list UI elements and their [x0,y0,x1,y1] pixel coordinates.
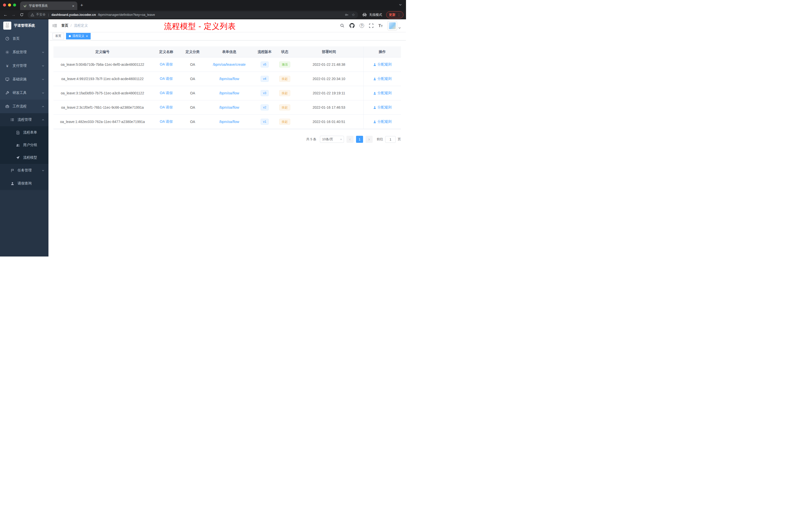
definition-name-link[interactable]: OA 请假 [160,62,173,67]
list-icon [10,118,14,122]
search-icon[interactable] [340,23,345,28]
monitor-icon [5,77,9,81]
sidebar-menu: 首页 系统管理 ¥ 支付管理 [0,32,49,256]
tag-process-definition[interactable]: 流程定义 × [66,33,91,39]
sidebar-item-label: 研发工具 [12,91,27,95]
caret-down-icon[interactable] [398,27,401,29]
form-link[interactable]: /bpm/oa/flow [219,120,239,124]
security-label[interactable]: 不安全 [36,12,46,17]
sidebar-item-payment[interactable]: ¥ 支付管理 [0,59,49,72]
sidebar-item-leave-query[interactable]: 请假查询 [0,177,49,190]
breadcrumb-home[interactable]: 首页 [61,23,68,28]
tab-search-chevron-icon[interactable] [399,3,402,6]
forward-icon[interactable]: → [10,12,17,17]
sidebar-item-task-management[interactable]: 任务管理 [0,164,49,177]
breadcrumb: 首页 / 流程定义 [61,23,88,28]
column-header-form: 表单信息 [204,47,254,57]
form-link[interactable]: /bpm/oa/flow [219,91,239,95]
sidebar-item-process-form[interactable]: 流程表单 [0,126,49,139]
next-page-button[interactable]: › [366,136,373,143]
sidebar-item-label: 系统管理 [12,50,27,55]
window-minimize-button[interactable] [8,3,11,6]
window-close-button[interactable] [3,3,6,6]
sidebar-item-process-management[interactable]: 流程管理 [0,113,49,126]
fullscreen-icon[interactable] [369,24,373,28]
definition-name-link[interactable]: OA 请假 [160,119,173,124]
annotation-title: 流程模型 - 定义列表 [164,21,236,32]
version-badge: v1 [261,119,269,125]
tag-close-icon[interactable]: × [86,34,88,38]
incognito-icon [362,13,367,17]
help-icon[interactable]: ? [359,23,364,28]
table-row: oa_leave:3:1fad3d93-7b75-11ec-a3c8-acde4… [54,86,401,100]
password-key-icon[interactable] [345,13,349,17]
column-header-time: 部署时间 [294,47,363,57]
assign-rule-button[interactable]: 分配规则 [373,105,392,110]
sidebar-item-user-group[interactable]: 用户分组 [0,139,49,151]
back-icon[interactable]: ← [2,12,8,17]
flag-icon [10,169,14,173]
sidebar-logo[interactable]: 芋道管理系统 [0,19,49,32]
sidebar-item-label: 请假查询 [18,181,32,186]
active-dot-icon [69,35,71,37]
definition-name-link[interactable]: OA 请假 [160,91,173,95]
not-secure-warning-icon [31,13,34,17]
version-badge: v4 [261,76,269,82]
sidebar-toggle-icon[interactable] [49,24,61,28]
definition-name-link[interactable]: OA 请假 [160,105,173,110]
url-divider: | [48,13,49,17]
main-area: 首页 / 流程定义 ? TT [49,19,406,256]
new-tab-button[interactable]: + [80,2,83,8]
cell-status: 挂起 [275,72,294,86]
goto-page-input[interactable] [385,136,396,143]
assign-rule-button[interactable]: 分配规则 [373,91,392,95]
refresh-icon[interactable] [19,13,25,17]
browser-menu-icon[interactable]: ⋮ [397,13,401,17]
table-row: oa_leave:4:991f2193-7b7f-11ec-a3c8-acde4… [54,72,401,86]
tags-bar: 首页 流程定义 × [49,32,406,40]
prev-page-button[interactable]: ‹ [347,136,353,143]
status-badge: 挂起 [279,104,290,111]
sidebar-item-infrastructure[interactable]: 基础设施 [0,72,49,86]
cell-form-info: /bpm/oa/flow [204,115,254,129]
browser-tab[interactable]: 芋道管理系统 × [20,1,77,10]
github-icon[interactable] [349,23,354,28]
current-page-button[interactable]: 1 [356,136,363,143]
briefcase-icon [5,104,9,109]
avatar[interactable] [388,21,397,30]
column-header-name: 定义名称 [151,47,181,57]
assign-rule-button[interactable]: 分配规则 [373,77,392,81]
cell-definition-id: oa_leave:1:482ec033-762a-11ec-8477-a2380… [54,115,151,129]
cell-definition-id: oa_leave:5:004b710b-7b8a-11ec-8ef0-acde4… [54,58,151,71]
sidebar-item-process-model[interactable]: 流程模型 [0,151,49,164]
dashboard-icon [5,37,9,41]
sidebar-item-system[interactable]: 系统管理 [0,46,49,59]
sidebar-item-workflow[interactable]: 工作流程 [0,100,49,113]
definition-name-link[interactable]: OA 请假 [160,77,173,81]
person-icon [10,182,14,185]
address-bar[interactable]: 不安全 | dashboard.yudao.iocoder.cn /bpm/ma… [28,11,358,18]
chevron-down-icon [42,51,45,54]
update-chrome-button[interactable]: 更新 ⋮ [386,11,404,18]
browser-toolbar: ← → 不安全 | dashboard.yudao.iocoder.cn /bp… [0,10,406,19]
tag-home[interactable]: 首页 [53,33,64,39]
bookmark-star-icon[interactable]: ☆ [352,12,355,17]
tab-close-icon[interactable]: × [71,4,75,8]
form-link[interactable]: /bpm/oa/flow [219,105,239,110]
cell-version: v1 [254,115,275,129]
sidebar-item-devtools[interactable]: 研发工具 [0,86,49,100]
sidebar-item-home[interactable]: 首页 [0,32,49,46]
cell-action: 分配规则 [363,58,401,71]
user-menu[interactable] [388,21,401,30]
form-link[interactable]: /bpm/oa/flow [219,77,239,81]
form-link[interactable]: /bpm/oa/leave/create [213,62,246,66]
page-size-select[interactable]: 10条/页 ▾ [320,136,344,143]
assign-rule-button[interactable]: 分配规则 [373,119,392,124]
cell-definition-id: oa_leave:2:3c1f0ef1-76b1-11ec-9c66-a2380… [54,100,151,115]
breadcrumb-current: 流程定义 [74,23,88,28]
window-zoom-button[interactable] [13,3,16,6]
assign-rule-button[interactable]: 分配规则 [373,62,392,67]
sidebar-filler [0,190,49,256]
cell-form-info: /bpm/oa/flow [204,100,254,115]
font-size-icon[interactable]: TT [378,24,383,28]
